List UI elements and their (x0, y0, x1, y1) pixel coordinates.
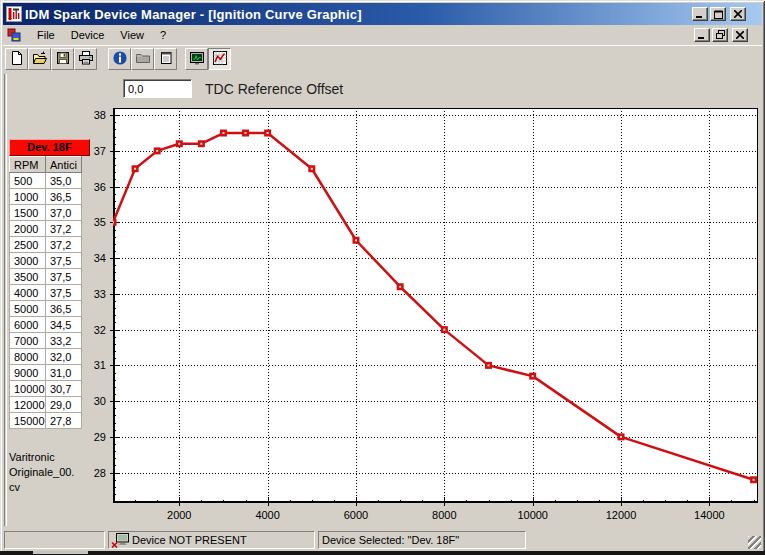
table-row[interactable]: 700033,2 (10, 333, 82, 349)
device-info-button[interactable] (108, 48, 131, 70)
table-cell[interactable]: 4000 (10, 285, 46, 301)
table-cell[interactable]: 36,5 (46, 301, 82, 317)
open-file-icon (32, 50, 48, 69)
y-tick-label: 28 (94, 467, 106, 479)
child-window-icon[interactable] (7, 28, 21, 42)
table-cell[interactable]: 12000 (10, 397, 46, 413)
menu-file[interactable]: File (29, 27, 63, 43)
table-cell[interactable]: 3000 (10, 253, 46, 269)
print-button[interactable] (74, 48, 97, 70)
tdc-offset-input[interactable] (123, 79, 192, 98)
table-row[interactable]: 1000030,7 (10, 381, 82, 397)
table-cell[interactable]: 37,2 (46, 221, 82, 237)
table-row[interactable]: 1200029,0 (10, 397, 82, 413)
y-tick-label: 35 (94, 216, 106, 228)
y-tick-label: 37 (94, 145, 106, 157)
y-tick-label: 29 (94, 431, 106, 443)
table-row[interactable]: 500036,5 (10, 301, 82, 317)
table-cell[interactable]: 37,5 (46, 269, 82, 285)
table-cell[interactable]: 34,5 (46, 317, 82, 333)
table-row[interactable]: 200037,2 (10, 221, 82, 237)
table-cell[interactable]: 9000 (10, 365, 46, 381)
y-tick-label: 30 (94, 395, 106, 407)
table-cell[interactable]: 8000 (10, 349, 46, 365)
table-cell[interactable]: 5000 (10, 301, 46, 317)
device-info-icon (112, 50, 128, 69)
app-window: IDM Spark Device Manager - [Ignition Cur… (0, 0, 765, 555)
table-row[interactable]: 100036,5 (10, 189, 82, 205)
table-cell[interactable]: 1500 (10, 205, 46, 221)
column-header-antici[interactable]: Antici (46, 157, 82, 173)
table-cell[interactable]: 29,0 (46, 397, 82, 413)
ignition-curve-graphic-icon (212, 50, 228, 69)
table-cell[interactable]: 36,5 (46, 189, 82, 205)
table-cell[interactable]: 31,0 (46, 365, 82, 381)
device-not-present-icon (111, 533, 130, 548)
table-row[interactable]: 900031,0 (10, 365, 82, 381)
table-cell[interactable]: 3500 (10, 269, 46, 285)
device-folder-icon (135, 50, 151, 69)
table-cell[interactable]: 15000 (10, 413, 46, 429)
table-cell[interactable]: 2500 (10, 237, 46, 253)
table-cell[interactable]: 37,0 (46, 205, 82, 221)
table-cell[interactable]: 37,2 (46, 237, 82, 253)
device-name-header[interactable]: Dev. 18F (9, 139, 90, 156)
table-cell[interactable]: 30,7 (46, 381, 82, 397)
rpm-table-body: 50035,0100036,5150037,0200037,2250037,23… (10, 173, 82, 429)
table-cell[interactable]: 2000 (10, 221, 46, 237)
table-cell[interactable]: 500 (10, 173, 46, 189)
x-tick-label: 8000 (432, 509, 456, 521)
menubar: File Device View ? (3, 25, 762, 44)
close-button[interactable] (730, 7, 746, 21)
child-window-controls (694, 28, 748, 42)
save-button[interactable] (51, 48, 74, 70)
ignition-curve-graphic-button[interactable] (208, 48, 231, 70)
app-icon[interactable] (6, 6, 22, 22)
table-row[interactable]: 350037,5 (10, 269, 82, 285)
print-icon (78, 50, 94, 69)
table-row[interactable]: 400037,5 (10, 285, 82, 301)
titlebar: IDM Spark Device Manager - [Ignition Cur… (3, 3, 762, 25)
table-row[interactable]: 800032,0 (10, 349, 82, 365)
table-header-row: RPM Antici (10, 157, 82, 173)
table-cell[interactable]: 37,5 (46, 285, 82, 301)
device-data-button[interactable] (154, 48, 177, 70)
x-tick-label: 10000 (517, 509, 548, 521)
table-row[interactable]: 300037,5 (10, 253, 82, 269)
new-document-button[interactable] (5, 48, 28, 70)
table-row[interactable]: 150037,0 (10, 205, 82, 221)
x-tick-label: 6000 (344, 509, 368, 521)
menu-device[interactable]: Device (63, 27, 113, 43)
table-row[interactable]: 50035,0 (10, 173, 82, 189)
table-cell[interactable]: 1000 (10, 189, 46, 205)
child-minimize-button[interactable] (694, 28, 710, 42)
maximize-button[interactable] (710, 7, 726, 21)
child-close-button[interactable] (732, 28, 748, 42)
open-file-button[interactable] (28, 48, 51, 70)
minimize-button[interactable] (692, 7, 708, 21)
resize-grip[interactable] (748, 536, 761, 549)
table-row[interactable]: 250037,2 (10, 237, 82, 253)
table-cell[interactable]: 27,8 (46, 413, 82, 429)
monitor-view-button[interactable] (185, 48, 208, 70)
table-row[interactable]: 1500027,8 (10, 413, 82, 429)
table-cell[interactable]: 33,2 (46, 333, 82, 349)
table-cell[interactable]: 35,0 (46, 173, 82, 189)
y-tick-label: 38 (94, 109, 106, 121)
menu-help[interactable]: ? (152, 27, 174, 43)
child-restore-button[interactable] (712, 28, 728, 42)
table-cell[interactable]: 10000 (10, 381, 46, 397)
table-row[interactable]: 600034,5 (10, 317, 82, 333)
column-header-rpm[interactable]: RPM (10, 157, 46, 173)
device-folder-button[interactable] (131, 48, 154, 70)
x-tick-label: 2000 (167, 509, 191, 521)
table-cell[interactable]: 32,0 (46, 349, 82, 365)
table-cell[interactable]: 7000 (10, 333, 46, 349)
curve-filename: Varitronic Originale_00. cv (9, 450, 93, 495)
table-cell[interactable]: 6000 (10, 317, 46, 333)
table-cell[interactable]: 37,5 (46, 253, 82, 269)
menu-view[interactable]: View (112, 27, 152, 43)
new-document-icon (9, 50, 25, 69)
rpm-table: RPM Antici 50035,0100036,5150037,0200037… (9, 156, 82, 429)
toolbar (3, 45, 762, 72)
